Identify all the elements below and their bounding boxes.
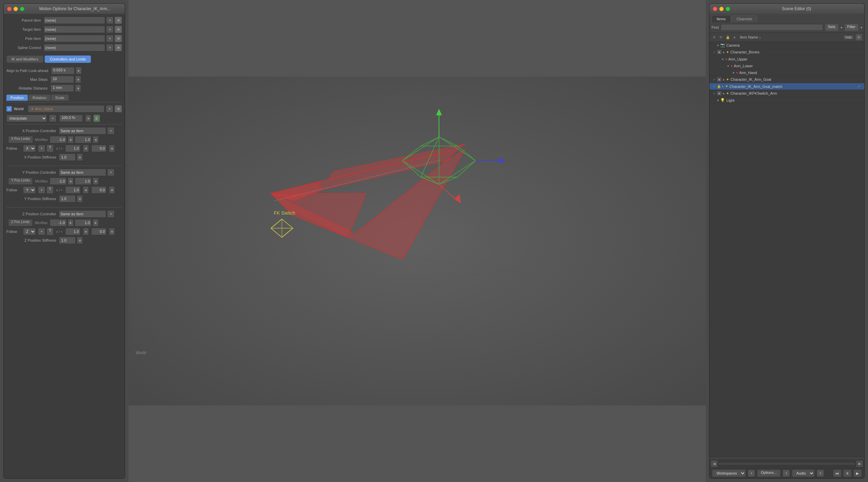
- target-item-select[interactable]: (none): [44, 26, 105, 33]
- z-controller-select[interactable]: Same as Item: [59, 210, 106, 218]
- list-item[interactable]: ✓ ■ ● ✦ Character_Bones: [709, 49, 864, 56]
- x-t-btn[interactable]: T: [47, 145, 53, 152]
- interpolate-select[interactable]: Interpolate: [6, 115, 47, 122]
- x-limits-max[interactable]: [75, 136, 92, 143]
- x-axis-select[interactable]: X: [23, 145, 36, 152]
- scene-tab-channels[interactable]: Channels: [731, 15, 757, 22]
- list-item[interactable]: ● ◂ Arm_Upper: [709, 56, 864, 63]
- transport-prev-btn[interactable]: ⏮: [833, 469, 841, 477]
- reliable-dist-nudge[interactable]: ◈: [75, 85, 81, 92]
- tab-controllers-limits[interactable]: Controllers and Limits: [45, 55, 91, 63]
- z-limits-min-nudge[interactable]: ◈: [68, 219, 74, 226]
- y-t-btn[interactable]: T: [47, 186, 53, 194]
- hide-button[interactable]: hide: [843, 35, 854, 40]
- z-axis-select[interactable]: Z: [23, 228, 36, 235]
- pole-item-select[interactable]: (none): [44, 35, 105, 42]
- y-follow-value1[interactable]: [65, 186, 80, 194]
- z-follow-value1[interactable]: [65, 228, 80, 235]
- workspaces-select[interactable]: Workspaces: [712, 469, 746, 477]
- world-checkbox[interactable]: ✓: [6, 106, 12, 112]
- y-controller-dropdown[interactable]: ▾: [107, 169, 115, 176]
- list-item[interactable]: ● ◂ Arm_Hand: [709, 69, 864, 76]
- y-follow-nudge1[interactable]: ◈: [83, 186, 89, 194]
- x-controller-dropdown[interactable]: ▾: [107, 127, 115, 135]
- y-controller-select[interactable]: Same as Item: [59, 169, 106, 176]
- close-traffic-light[interactable]: [7, 7, 11, 11]
- y-axis-dropdown[interactable]: ▾: [38, 186, 45, 194]
- interpolate-e-btn[interactable]: E: [93, 115, 100, 122]
- scene-close-traffic-light[interactable]: [713, 7, 717, 11]
- options-button[interactable]: Options...: [757, 469, 780, 477]
- find-input[interactable]: [721, 24, 823, 31]
- y-limits-max-nudge[interactable]: ◈: [93, 177, 99, 185]
- y-stiffness-nudge[interactable]: ◈: [77, 195, 83, 202]
- x-stiffness-nudge[interactable]: ◈: [77, 153, 83, 161]
- y-stiffness-value[interactable]: [59, 195, 76, 202]
- list-item[interactable]: ✓ ■ ● ✦ Character_IK_Arm_Goal: [709, 76, 864, 83]
- align-path-nudge[interactable]: ◈: [76, 67, 82, 74]
- sub-tab-position[interactable]: Position: [6, 95, 28, 101]
- interpolate-dropdown[interactable]: ▾: [49, 115, 56, 122]
- y-limits-min[interactable]: [50, 177, 67, 185]
- parent-item-dropdown-arrow[interactable]: ▾: [106, 17, 114, 24]
- y-follow-nudge2[interactable]: ◈: [109, 186, 115, 194]
- minimize-traffic-light[interactable]: [14, 7, 18, 11]
- max-steps-nudge[interactable]: ◈: [75, 76, 81, 83]
- x-axis-dropdown[interactable]: ▾: [38, 145, 45, 152]
- z-limits-btn[interactable]: Z Pos Limits: [8, 219, 33, 226]
- x-follow-value1[interactable]: [65, 145, 80, 152]
- options-dropdown[interactable]: ▾: [782, 469, 790, 477]
- x-limits-btn[interactable]: X Pos Limits: [8, 136, 33, 143]
- z-controller-dropdown[interactable]: ▾: [107, 210, 115, 218]
- maximize-traffic-light[interactable]: [20, 7, 24, 11]
- list-item[interactable]: ● 💡 Light: [709, 97, 864, 104]
- pole-item-close-btn[interactable]: ✕: [115, 35, 122, 42]
- list-item[interactable]: ✓ ■ ● ✦ Character_IKFKSwitch_Arm: [709, 90, 864, 97]
- scroll-right-arrow[interactable]: ▶: [856, 460, 863, 467]
- y-follow-value2[interactable]: [91, 186, 106, 194]
- spline-control-select[interactable]: (none): [44, 44, 105, 51]
- z-stiffness-nudge[interactable]: ◈: [77, 237, 83, 244]
- target-item-dropdown-arrow[interactable]: ▾: [106, 26, 114, 33]
- x-limits-min[interactable]: [50, 136, 67, 143]
- col-extra-btn[interactable]: ⊞: [855, 34, 862, 41]
- z-limits-min[interactable]: [50, 219, 67, 226]
- sub-tab-rotation[interactable]: Rotation: [28, 95, 50, 101]
- scene-minimize-traffic-light[interactable]: [719, 7, 724, 11]
- z-limits-max[interactable]: [75, 219, 92, 226]
- z-follow-value2[interactable]: [91, 228, 106, 235]
- target-item-close-btn[interactable]: ✕: [115, 26, 122, 33]
- transport-play-btn[interactable]: ▶: [853, 469, 862, 477]
- z-follow-nudge1[interactable]: ◈: [83, 228, 89, 235]
- spline-control-close-btn[interactable]: ✕: [115, 44, 122, 51]
- x-limits-min-nudge[interactable]: ◈: [68, 136, 74, 143]
- y-limits-max[interactable]: [75, 177, 92, 185]
- filter-button[interactable]: Filter: [844, 24, 859, 31]
- x-follow-nudge1[interactable]: ◈: [83, 145, 89, 152]
- z-stiffness-value[interactable]: [59, 237, 76, 244]
- x-controller-select[interactable]: Same as Item: [59, 127, 106, 135]
- viewport[interactable]: FK Switch World: [128, 0, 706, 482]
- position-item-close[interactable]: ✕: [115, 105, 122, 113]
- audio-dropdown[interactable]: ▾: [817, 469, 824, 477]
- list-item[interactable]: ● ◂ Arm_Lower: [709, 63, 864, 69]
- z-follow-nudge2[interactable]: ◈: [109, 228, 115, 235]
- z-axis-dropdown[interactable]: ▾: [38, 228, 45, 235]
- x-follow-value2[interactable]: [91, 145, 106, 152]
- parent-item-close-btn[interactable]: ✕: [115, 17, 122, 24]
- z-limits-max-nudge[interactable]: ◈: [93, 219, 99, 226]
- x-stiffness-value[interactable]: [59, 153, 76, 161]
- transport-stop-btn[interactable]: ⏸: [843, 469, 851, 477]
- parent-item-select[interactable]: (none): [44, 17, 105, 24]
- pole-item-dropdown-arrow[interactable]: ▾: [106, 35, 114, 42]
- tab-ik-modifiers[interactable]: IK and Modifiers: [6, 55, 43, 63]
- x-limits-max-nudge[interactable]: ◈: [93, 136, 99, 143]
- scene-hscroll-track[interactable]: [718, 462, 855, 465]
- x-follow-nudge2[interactable]: ◈: [109, 145, 115, 152]
- sub-tab-scale[interactable]: Scale: [51, 95, 69, 101]
- y-limits-min-nudge[interactable]: ◈: [68, 177, 74, 185]
- audio-select[interactable]: Audio: [792, 469, 815, 477]
- list-item[interactable]: ✓ 🔒 ● ✦ Character_IK_Arm_Goal_match ✓: [709, 83, 864, 90]
- list-item[interactable]: ● 📷 Camera: [709, 42, 864, 49]
- spline-control-dropdown-arrow[interactable]: ▾: [106, 44, 114, 51]
